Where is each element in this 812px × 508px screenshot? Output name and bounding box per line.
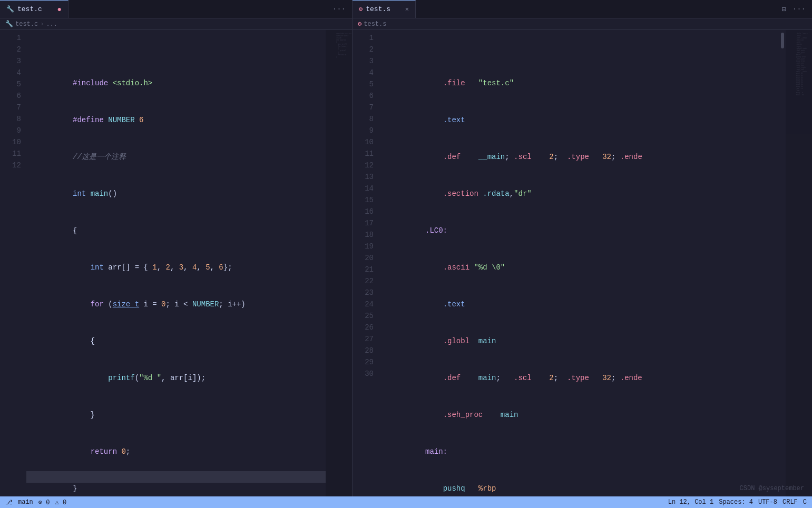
- c-file-icon: 🔧: [6, 5, 14, 13]
- right-code-content[interactable]: .file "test.c" .text .def __main; .scl 2…: [379, 30, 786, 496]
- status-right: Ln 12, Col 1 Spaces: 4 UTF-8 CRLF C: [668, 499, 807, 506]
- code-line-11: return 0;: [26, 434, 326, 446]
- asm-line-2: .text: [379, 103, 786, 114]
- right-breadcrumb-icon: ⚙: [358, 20, 361, 28]
- left-tab-modified-dot[interactable]: ●: [57, 5, 62, 14]
- left-pane-actions: ···: [326, 0, 352, 18]
- asm-line-1: .file "test.c": [379, 66, 786, 77]
- left-line-numbers: 1 2 3 4 5 6 7 8 9 10 11 12: [0, 30, 26, 496]
- code-line-7: for (size_t i = 0; i < NUMBER; i++): [26, 287, 326, 298]
- code-line-6: int arr[] = { 1, 2, 3, 4, 5, 6};: [26, 250, 326, 262]
- status-bar: ⎇ main ⊗ 0 ⚠ 0 Ln 12, Col 1 Spaces: 4 UT…: [0, 496, 812, 508]
- asm-file-icon: ⚙: [359, 5, 363, 13]
- code-line-3: //这是一个注释: [26, 140, 326, 151]
- left-breadcrumb-dots[interactable]: ...: [46, 21, 57, 28]
- code-line-12: }: [26, 471, 326, 483]
- asm-line-7: .text: [379, 287, 786, 298]
- status-errors: ⊗ 0: [38, 499, 50, 506]
- watermark: CSDN @syseptember: [740, 485, 804, 492]
- right-tab-tests[interactable]: ⚙ test.s ✕: [353, 0, 416, 18]
- left-tab-bar: 🔧 test.c ● ···: [0, 0, 352, 18]
- code-line-2: #define NUMBER 6: [26, 103, 326, 114]
- left-minimap: #include <stdio> #define NUM 6 //注释 int …: [326, 30, 352, 496]
- asm-line-12: pushq %rbp: [379, 471, 786, 483]
- left-code-area: 1 2 3 4 5 6 7 8 9 10 11 12 #include <std…: [0, 30, 352, 496]
- asm-line-11: main:: [379, 434, 786, 446]
- right-editor-pane: ⚙ test.s ✕ ⊟ ··· ⚙ test.s 1 2 3 4 5 6: [353, 0, 812, 496]
- right-scrollbar-track[interactable]: [780, 30, 785, 496]
- right-scrollbar-thumb[interactable]: [781, 33, 784, 48]
- code-line-1: #include <stdio.h>: [26, 66, 326, 77]
- asm-line-5: .LC0:: [379, 213, 786, 225]
- left-code-content[interactable]: #include <stdio.h> #define NUMBER 6 //这是…: [26, 30, 326, 496]
- git-branch-label: main: [18, 499, 33, 506]
- language-label: C: [803, 499, 807, 506]
- asm-line-8: .globl main: [379, 324, 786, 335]
- right-breadcrumb: ⚙ test.s: [353, 18, 812, 30]
- asm-line-3: .def __main; .scl 2; .type 32; .ende: [379, 140, 786, 151]
- code-line-10: }: [26, 397, 326, 409]
- code-line-8: {: [26, 324, 326, 335]
- left-breadcrumb-file[interactable]: test.c: [15, 21, 38, 28]
- right-tab-label: test.s: [366, 5, 390, 13]
- cursor-position: Ln 12, Col 1: [668, 499, 713, 506]
- left-more-options[interactable]: ···: [330, 4, 348, 14]
- asm-line-6: .ascii "%d \0": [379, 250, 786, 262]
- right-breadcrumb-file[interactable]: test.s: [364, 21, 386, 28]
- right-minimap: .file "test.c" .text .def __main .sectio…: [786, 30, 812, 496]
- left-breadcrumb-icon: 🔧: [5, 20, 13, 28]
- code-line-5: {: [26, 213, 326, 225]
- right-pane-actions: ⊟ ···: [775, 0, 812, 18]
- right-tab-close[interactable]: ✕: [405, 5, 409, 13]
- right-line-numbers: 1 2 3 4 5 6 7 8 9 10 11 12 13 14 15 16 1…: [353, 30, 379, 496]
- status-warnings: ⚠ 0: [55, 499, 66, 506]
- code-line-9: printf("%d ", arr[i]);: [26, 361, 326, 372]
- encoding-label: UTF-8: [758, 499, 777, 506]
- right-tab-bar: ⚙ test.s ✕ ⊟ ···: [353, 0, 812, 18]
- asm-line-4: .section .rdata,"dr": [379, 176, 786, 188]
- right-more-options[interactable]: ···: [790, 4, 808, 14]
- asm-line-9: .def main; .scl 2; .type 32; .ende: [379, 361, 786, 372]
- git-branch-icon: ⎇: [5, 499, 13, 506]
- line-ending-label: CRLF: [782, 499, 798, 506]
- code-line-4: int main(): [26, 176, 326, 188]
- right-code-area: 1 2 3 4 5 6 7 8 9 10 11 12 13 14 15 16 1…: [353, 30, 812, 496]
- left-breadcrumb-sep: ›: [40, 21, 44, 28]
- split-editor-icon[interactable]: ⊟: [779, 4, 788, 15]
- left-editor-pane: 🔧 test.c ● ··· 🔧 test.c › ... 1 2 3 4 5: [0, 0, 352, 496]
- asm-line-10: .seh_proc main: [379, 397, 786, 409]
- left-tab-testc[interactable]: 🔧 test.c ●: [0, 0, 69, 18]
- left-breadcrumb: 🔧 test.c › ...: [0, 18, 352, 30]
- spaces-label: Spaces: 4: [719, 499, 753, 506]
- left-tab-label: test.c: [17, 5, 42, 13]
